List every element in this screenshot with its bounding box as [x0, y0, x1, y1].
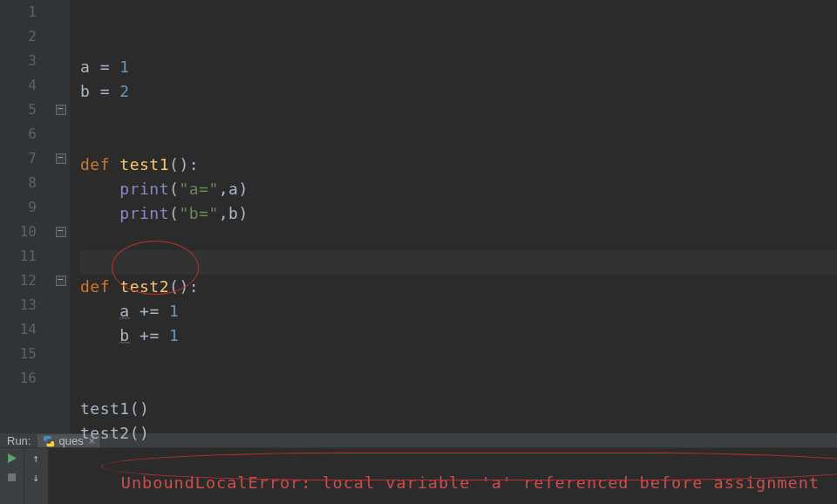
line-number-gutter: 12345678910111213141516 [0, 0, 56, 433]
scroll-down-button[interactable]: ↓ [27, 467, 46, 487]
run-tool-body: ↑ ↓ UnboundLocalError: local variable 'a… [0, 448, 837, 504]
run-side-toolbar-1 [0, 448, 24, 504]
code-line[interactable]: test2() [80, 421, 837, 446]
code-line[interactable]: def test1(): [80, 153, 837, 177]
line-number: 6 [0, 122, 37, 146]
fold-toggle[interactable] [56, 153, 66, 164]
code-line[interactable]: print("b=",b) [80, 201, 837, 226]
line-number: 16 [0, 366, 37, 391]
code-line[interactable]: a = 1 [80, 55, 837, 79]
python-file-icon [43, 435, 55, 447]
svg-marker-0 [8, 453, 17, 463]
fold-column [56, 0, 68, 433]
editor-area: 12345678910111213141516 a = 1b = 2def te… [0, 0, 837, 434]
code-line[interactable] [80, 348, 837, 372]
rerun-button[interactable] [3, 448, 22, 467]
code-editor[interactable]: a = 1b = 2def test1(): print("a=",a) pri… [70, 0, 837, 433]
code-line[interactable] [80, 372, 837, 397]
code-line[interactable] [80, 104, 837, 128]
scroll-up-button[interactable]: ↑ [27, 448, 46, 467]
line-number: 1 [0, 0, 37, 24]
code-line[interactable]: def test2(): [80, 275, 837, 299]
code-line[interactable]: test1() [80, 397, 837, 421]
code-line[interactable]: a += 1 [80, 299, 837, 324]
run-side-toolbar-2: ↑ ↓ [24, 448, 49, 504]
code-line[interactable] [80, 226, 837, 250]
code-line[interactable]: print("a=",a) [80, 177, 837, 201]
code-line[interactable]: b += 1 [80, 324, 837, 348]
code-line[interactable] [80, 128, 837, 153]
line-number: 5 [0, 98, 37, 122]
run-tool-label: Run: [0, 434, 37, 447]
line-number: 11 [0, 244, 37, 269]
line-number: 13 [0, 293, 37, 317]
code-line[interactable] [80, 250, 837, 275]
line-number: 8 [0, 171, 37, 195]
line-number: 9 [0, 195, 37, 220]
line-number: 3 [0, 49, 37, 73]
line-number: 2 [0, 24, 37, 49]
line-number: 4 [0, 73, 37, 98]
fold-toggle[interactable] [56, 227, 66, 237]
fold-toggle[interactable] [56, 105, 66, 115]
code-line[interactable]: b = 2 [80, 79, 837, 104]
run-console-output[interactable]: UnboundLocalError: local variable 'a' re… [49, 448, 837, 504]
fold-toggle[interactable] [56, 276, 66, 286]
line-number: 7 [0, 146, 37, 171]
line-number: 15 [0, 342, 37, 366]
line-number: 12 [0, 269, 37, 293]
stop-button[interactable] [3, 467, 22, 487]
line-number: 10 [0, 220, 37, 244]
line-number: 14 [0, 317, 37, 342]
error-line: UnboundLocalError: local variable 'a' re… [121, 473, 820, 492]
